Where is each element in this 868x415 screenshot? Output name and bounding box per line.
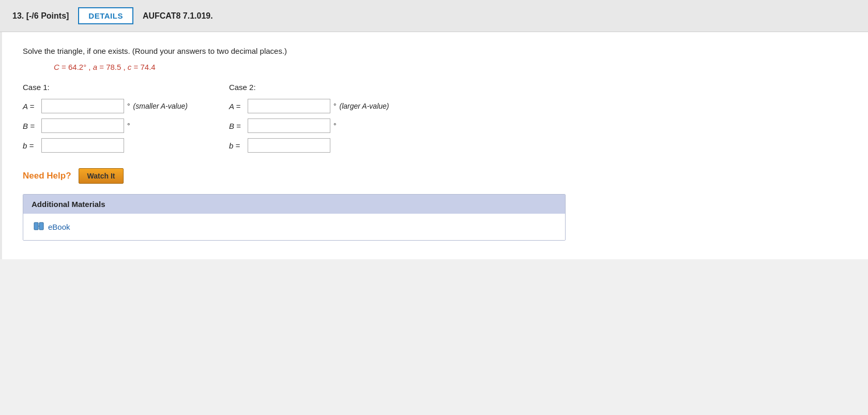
case2-B-row: B = ° bbox=[229, 118, 389, 133]
case2-B-degree: ° bbox=[333, 122, 337, 130]
given-equals-1: = bbox=[62, 63, 68, 71]
given-comma-2: , bbox=[124, 63, 128, 71]
watch-it-button[interactable]: Watch It bbox=[79, 168, 124, 184]
case1-B-row: B = ° bbox=[23, 118, 188, 133]
ebook-icon bbox=[34, 222, 44, 232]
case1-B-label: B = bbox=[23, 122, 38, 130]
case2-b-label: b = bbox=[229, 141, 245, 150]
given-a-value: 78.5 bbox=[106, 63, 121, 71]
question-body: Solve the triangle, if one exists. (Roun… bbox=[0, 32, 868, 259]
case1-A-label: A = bbox=[23, 102, 38, 111]
case2-B-label: B = bbox=[229, 122, 245, 130]
given-C-value: 64.2° bbox=[68, 63, 86, 71]
instruction-text: Solve the triangle, if one exists. (Roun… bbox=[23, 47, 847, 55]
case1-b-input[interactable] bbox=[41, 138, 124, 153]
question-number: 13. [-/6 Points] bbox=[12, 11, 69, 21]
svg-rect-1 bbox=[39, 223, 43, 230]
additional-materials-header: Additional Materials bbox=[23, 195, 565, 214]
page-wrapper: 13. [-/6 Points] DETAILS AUFCAT8 7.1.019… bbox=[0, 0, 868, 415]
need-help-row: Need Help? Watch It bbox=[23, 168, 847, 184]
given-C-label: C bbox=[54, 63, 59, 71]
given-comma-1: , bbox=[88, 63, 93, 71]
question-code: AUFCAT8 7.1.019. bbox=[143, 11, 213, 21]
given-equals-3: = bbox=[134, 63, 141, 71]
case1-A-degree: ° bbox=[127, 102, 130, 110]
details-button[interactable]: DETAILS bbox=[78, 7, 133, 24]
ebook-link[interactable]: eBook bbox=[34, 222, 555, 232]
given-a-label: a bbox=[93, 63, 97, 71]
case1-A-row: A = ° (smaller A-value) bbox=[23, 99, 188, 113]
given-c-label: c bbox=[128, 63, 132, 71]
additional-materials-body: eBook bbox=[23, 214, 565, 240]
case1-A-input[interactable] bbox=[41, 99, 124, 113]
case1-b-label: b = bbox=[23, 141, 38, 150]
case2-title: Case 2: bbox=[229, 83, 389, 92]
additional-materials: Additional Materials eBook bbox=[23, 194, 566, 241]
case1-B-degree: ° bbox=[127, 122, 130, 130]
case2-A-row: A = ° (larger A-value) bbox=[229, 99, 389, 113]
given-c-value: 74.4 bbox=[140, 63, 155, 71]
cases-row: Case 1: A = ° (smaller A-value) B = ° b … bbox=[23, 83, 847, 153]
need-help-text: Need Help? bbox=[23, 171, 71, 181]
given-values: C = 64.2° , a = 78.5 , c = 74.4 bbox=[54, 63, 847, 71]
case1-b-row: b = bbox=[23, 138, 188, 153]
case1-block: Case 1: A = ° (smaller A-value) B = ° b … bbox=[23, 83, 188, 153]
svg-rect-0 bbox=[34, 223, 38, 230]
case1-title: Case 1: bbox=[23, 83, 188, 92]
case1-A-suffix: (smaller A-value) bbox=[133, 102, 188, 110]
case1-B-input[interactable] bbox=[41, 118, 124, 133]
case2-A-input[interactable] bbox=[248, 99, 330, 113]
question-header: 13. [-/6 Points] DETAILS AUFCAT8 7.1.019… bbox=[0, 0, 868, 32]
case2-block: Case 2: A = ° (larger A-value) B = ° b = bbox=[229, 83, 389, 153]
ebook-label: eBook bbox=[48, 223, 70, 231]
given-equals-2: = bbox=[99, 63, 106, 71]
case2-A-label: A = bbox=[229, 102, 245, 111]
case2-B-input[interactable] bbox=[248, 118, 330, 133]
case2-b-row: b = bbox=[229, 138, 389, 153]
case2-A-suffix: (larger A-value) bbox=[340, 102, 389, 110]
case2-b-input[interactable] bbox=[248, 138, 330, 153]
case2-A-degree: ° bbox=[333, 102, 337, 110]
